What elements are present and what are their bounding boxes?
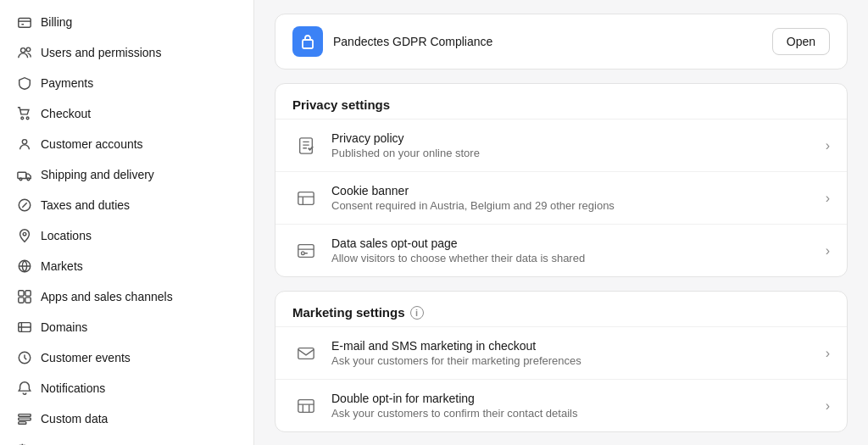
locations-icon — [17, 228, 32, 243]
svg-rect-25 — [298, 192, 314, 204]
app-info: Pandectes GDPR Compliance — [292, 26, 492, 57]
svg-point-27 — [302, 251, 305, 254]
marketing-settings-card: Marketing settings i E-mail and SMS mark… — [275, 291, 848, 432]
app-card: Pandectes GDPR Compliance Open — [275, 14, 848, 70]
svg-rect-26 — [298, 244, 314, 257]
privacy-settings-header: Privacy settings — [275, 84, 847, 119]
svg-rect-14 — [19, 298, 24, 303]
sidebar-item-custom-data[interactable]: Custom data — [0, 403, 253, 434]
svg-point-8 — [27, 178, 30, 181]
svg-point-5 — [22, 140, 26, 144]
users-icon — [17, 45, 32, 60]
svg-rect-0 — [19, 19, 31, 28]
data-sales-icon — [292, 237, 320, 264]
sidebar-item-notifications[interactable]: Notifications — [0, 373, 253, 403]
app-name: Pandectes GDPR Compliance — [333, 35, 492, 48]
billing-icon — [17, 14, 32, 30]
domains-icon — [17, 320, 32, 335]
sidebar-item-apps[interactable]: Apps and sales channels — [0, 281, 253, 312]
double-opt-in-icon — [292, 392, 320, 420]
sidebar-item-locations[interactable]: Locations — [0, 220, 253, 251]
custom-data-icon — [17, 411, 32, 426]
main-content: Pandectes GDPR Compliance Open Privacy s… — [254, 0, 868, 445]
svg-point-1 — [21, 48, 25, 53]
sidebar-item-taxes[interactable]: Taxes and duties — [0, 190, 253, 220]
data-sales-row[interactable]: Data sales opt-out page Allow visitors t… — [275, 224, 847, 276]
marketing-settings-header: Marketing settings i — [275, 292, 847, 326]
chevron-right-icon: › — [826, 138, 830, 153]
privacy-policy-icon — [292, 132, 320, 159]
languages-icon — [17, 442, 32, 445]
sidebar-item-customer-accounts[interactable]: Customer accounts — [0, 129, 253, 159]
svg-point-4 — [26, 117, 29, 120]
sidebar-item-customer-events[interactable]: Customer events — [0, 342, 253, 373]
svg-point-3 — [21, 117, 24, 120]
svg-point-2 — [26, 47, 31, 52]
shipping-icon — [17, 167, 32, 182]
app-row: Pandectes GDPR Compliance Open — [275, 14, 847, 69]
chevron-right-icon: › — [826, 191, 830, 206]
email-sms-row[interactable]: E-mail and SMS marketing in checkout Ask… — [275, 326, 847, 379]
svg-rect-29 — [298, 399, 314, 412]
svg-rect-13 — [25, 291, 31, 296]
sidebar-item-domains[interactable]: Domains — [0, 312, 253, 342]
payments-icon — [17, 75, 32, 91]
email-sms-icon — [292, 340, 320, 367]
cookie-banner-icon — [292, 185, 320, 212]
customer-accounts-icon — [17, 136, 32, 152]
svg-rect-15 — [25, 298, 31, 303]
svg-rect-6 — [18, 172, 26, 178]
chevron-right-icon: › — [826, 398, 830, 414]
svg-rect-18 — [19, 414, 31, 417]
sidebar-item-shipping[interactable]: Shipping and delivery — [0, 159, 253, 190]
sidebar-item-billing[interactable]: Billing — [0, 7, 253, 37]
double-opt-in-row[interactable]: Double opt-in for marketing Ask your cus… — [275, 379, 847, 431]
sidebar: Billing Users and permissions Payments C… — [0, 0, 254, 445]
sidebar-item-checkout[interactable]: Checkout — [0, 98, 253, 129]
svg-rect-24 — [300, 137, 313, 153]
sidebar-item-users[interactable]: Users and permissions — [0, 37, 253, 68]
svg-rect-20 — [19, 422, 26, 425]
info-icon[interactable]: i — [410, 306, 424, 320]
svg-rect-23 — [303, 40, 313, 48]
markets-icon — [17, 259, 32, 274]
svg-rect-28 — [298, 348, 314, 359]
notifications-icon — [17, 381, 32, 396]
open-app-button[interactable]: Open — [772, 28, 830, 55]
sidebar-item-payments[interactable]: Payments — [0, 68, 253, 98]
apps-icon — [17, 289, 32, 304]
chevron-right-icon: › — [826, 346, 830, 361]
svg-point-10 — [23, 232, 26, 236]
cookie-banner-row[interactable]: Cookie banner Consent required in Austri… — [275, 171, 847, 224]
app-icon — [292, 26, 323, 57]
svg-rect-12 — [19, 291, 24, 296]
privacy-policy-row[interactable]: Privacy policy Published on your online … — [275, 119, 847, 171]
taxes-icon — [17, 197, 32, 213]
customer-events-icon — [17, 350, 32, 365]
checkout-icon — [17, 106, 32, 121]
chevron-right-icon: › — [826, 243, 830, 259]
svg-point-7 — [19, 178, 22, 181]
sidebar-item-languages[interactable]: Languages — [0, 434, 253, 445]
privacy-settings-card: Privacy settings Privacy policy Publishe… — [275, 83, 848, 277]
sidebar-item-markets[interactable]: Markets — [0, 251, 253, 281]
svg-rect-19 — [19, 418, 31, 420]
